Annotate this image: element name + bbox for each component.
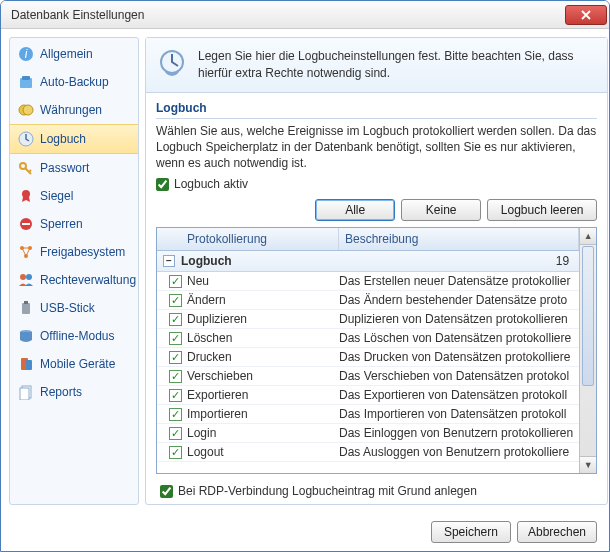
table-row[interactable]: LogoutDas Ausloggen von Benutzern protok… (157, 443, 579, 462)
rdp-checkbox[interactable]: Bei RDP-Verbindung Logbucheintrag mit Gr… (160, 484, 593, 498)
table-row[interactable]: DruckenDas Drucken von Datensätzen proto… (157, 348, 579, 367)
row-name: Löschen (187, 331, 339, 345)
row-description: Das Verschieben von Datensätzen protokol (339, 369, 573, 383)
row-description: Das Ausloggen von Benutzern protokollier… (339, 445, 573, 459)
table-row[interactable]: ÄndernDas Ändern bestehender Datensätze … (157, 291, 579, 310)
sidebar-item-allgemein[interactable]: i Allgemein (10, 40, 138, 68)
svg-rect-16 (22, 303, 30, 314)
scroll-up-arrow[interactable]: ▲ (580, 228, 596, 245)
table-row[interactable]: ExportierenDas Exportieren von Datensätz… (157, 386, 579, 405)
logbook-section: Logbuch Wählen Sie aus, welche Ereigniss… (146, 93, 607, 196)
info-icon: i (18, 46, 34, 62)
section-description: Wählen Sie aus, welche Ereignisse im Log… (156, 123, 597, 172)
grid-rows: NeuDas Erstellen neuer Datensätze protok… (157, 272, 579, 473)
event-grid: Protokollierung Beschreibung − Logbuch 1… (156, 227, 597, 474)
sidebar-item-sharing[interactable]: Freigabesystem (10, 238, 138, 266)
row-description: Das Drucken von Datensätzen protokollier… (339, 350, 573, 364)
titlebar: Datenbank Einstellungen (1, 1, 609, 29)
body: i Allgemein Auto-Backup Währungen Logbuc… (1, 29, 609, 513)
row-checkbox[interactable] (169, 370, 182, 383)
sidebar-item-label: Auto-Backup (40, 75, 109, 89)
table-row[interactable]: LöschenDas Löschen von Datensätzen proto… (157, 329, 579, 348)
sidebar-item-usb[interactable]: USB-Stick (10, 294, 138, 322)
sidebar-item-password[interactable]: Passwort (10, 154, 138, 182)
logbook-active-input[interactable] (156, 178, 169, 191)
logbook-active-checkbox[interactable]: Logbuch aktiv (156, 177, 597, 191)
grid-header-description[interactable]: Beschreibung (339, 228, 579, 250)
row-name: Duplizieren (187, 312, 339, 326)
row-checkbox[interactable] (169, 408, 182, 421)
rdp-label: Bei RDP-Verbindung Logbucheintrag mit Gr… (178, 484, 477, 498)
svg-point-8 (22, 190, 30, 198)
row-name: Verschieben (187, 369, 339, 383)
svg-point-14 (20, 274, 26, 280)
row-checkbox[interactable] (169, 332, 182, 345)
row-description: Das Ändern bestehender Datensätze proto (339, 293, 573, 307)
main-panel: Legen Sie hier die Logbucheinstellungen … (145, 37, 608, 505)
row-description: Das Importieren von Datensätzen protokol… (339, 407, 573, 421)
row-name: Importieren (187, 407, 339, 421)
offline-icon (18, 328, 34, 344)
scroll-down-arrow[interactable]: ▼ (580, 456, 596, 473)
row-description: Das Exportieren von Datensätzen protokol… (339, 388, 573, 402)
select-none-button[interactable]: Keine (401, 199, 481, 221)
sidebar-item-currencies[interactable]: Währungen (10, 96, 138, 124)
row-name: Ändern (187, 293, 339, 307)
save-button[interactable]: Speichern (431, 521, 511, 543)
section-title: Logbuch (156, 101, 597, 119)
sidebar-item-label: Siegel (40, 189, 73, 203)
grid-body: Protokollierung Beschreibung − Logbuch 1… (157, 228, 579, 473)
group-count: 19 (556, 254, 569, 268)
table-row[interactable]: NeuDas Erstellen neuer Datensätze protok… (157, 272, 579, 291)
row-name: Drucken (187, 350, 339, 364)
table-row[interactable]: VerschiebenDas Verschieben von Datensätz… (157, 367, 579, 386)
table-row[interactable]: DuplizierenDuplizieren von Datensätzen p… (157, 310, 579, 329)
row-name: Neu (187, 274, 339, 288)
row-checkbox[interactable] (169, 389, 182, 402)
row-checkbox[interactable] (169, 275, 182, 288)
sidebar-item-lock[interactable]: Sperren (10, 210, 138, 238)
svg-rect-22 (20, 388, 29, 400)
row-checkbox[interactable] (169, 427, 182, 440)
table-row[interactable]: ImportierenDas Importieren von Datensätz… (157, 405, 579, 424)
filter-button-row: Alle Keine Logbuch leeren (146, 195, 607, 227)
sidebar-item-mobile[interactable]: Mobile Geräte (10, 350, 138, 378)
rdp-checkbox-input[interactable] (160, 485, 173, 498)
sidebar-item-logbuch[interactable]: Logbuch (10, 124, 138, 154)
sidebar-item-label: Mobile Geräte (40, 357, 115, 371)
sidebar-item-seal[interactable]: Siegel (10, 182, 138, 210)
sidebar-item-label: Allgemein (40, 47, 93, 61)
row-checkbox[interactable] (169, 351, 182, 364)
logbook-icon (18, 131, 34, 147)
sidebar-item-label: Offline-Modus (40, 329, 114, 343)
vertical-scrollbar[interactable]: ▲ ▼ (579, 228, 596, 473)
row-name: Logout (187, 445, 339, 459)
row-checkbox[interactable] (169, 294, 182, 307)
sidebar-item-permissions[interactable]: Rechteverwaltung (10, 266, 138, 294)
clear-log-button[interactable]: Logbuch leeren (487, 199, 597, 221)
row-description: Das Erstellen neuer Datensätze protokoll… (339, 274, 573, 288)
sidebar-item-reports[interactable]: Reports (10, 378, 138, 406)
close-button[interactable] (565, 5, 607, 25)
svg-rect-20 (26, 360, 32, 370)
row-checkbox[interactable] (169, 446, 182, 459)
banner-text: Legen Sie hier die Logbucheinstellungen … (198, 48, 597, 82)
grid-header: Protokollierung Beschreibung (157, 228, 579, 251)
table-row[interactable]: LoginDas Einloggen von Benutzern protoko… (157, 424, 579, 443)
select-all-button[interactable]: Alle (315, 199, 395, 221)
grid-header-protocol[interactable]: Protokollierung (181, 228, 339, 250)
usb-icon (18, 300, 34, 316)
sidebar-item-offline[interactable]: Offline-Modus (10, 322, 138, 350)
collapse-icon[interactable]: − (163, 255, 175, 267)
share-icon (18, 244, 34, 260)
sidebar-item-label: Rechteverwaltung (40, 273, 136, 287)
sidebar-item-label: USB-Stick (40, 301, 95, 315)
sidebar-item-label: Passwort (40, 161, 89, 175)
currency-icon (18, 102, 34, 118)
cancel-button[interactable]: Abbrechen (517, 521, 597, 543)
grid-group-row[interactable]: − Logbuch 19 (157, 251, 579, 272)
scroll-thumb[interactable] (582, 246, 594, 386)
sidebar-item-label: Freigabesystem (40, 245, 125, 259)
row-checkbox[interactable] (169, 313, 182, 326)
sidebar-item-autobackup[interactable]: Auto-Backup (10, 68, 138, 96)
